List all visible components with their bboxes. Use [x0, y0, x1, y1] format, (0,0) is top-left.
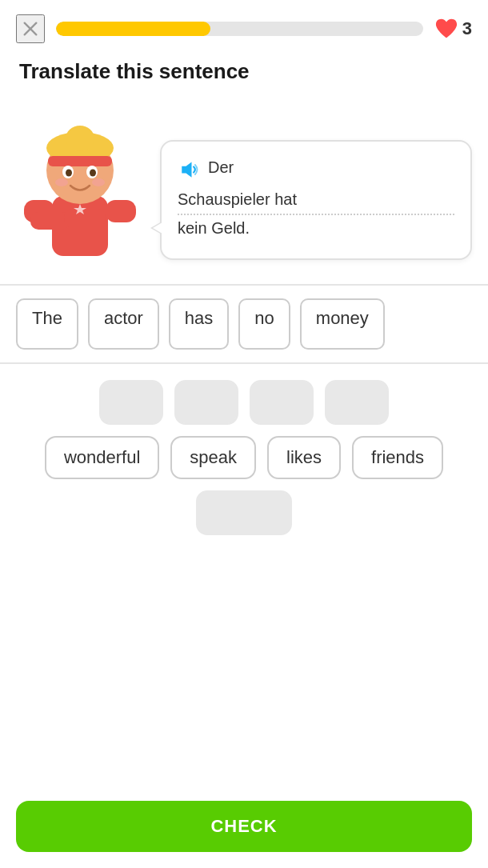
word-bank-row-1	[16, 380, 472, 425]
word-bank-row-3	[16, 490, 472, 535]
progress-fill	[56, 22, 210, 36]
svg-point-14	[66, 170, 72, 177]
empty-chip-4	[325, 380, 389, 425]
answer-words-area: The actor has no money	[0, 286, 488, 350]
close-button[interactable]	[16, 14, 45, 43]
empty-chip-3	[250, 380, 314, 425]
heart-icon	[434, 18, 458, 40]
svg-rect-4	[106, 200, 136, 222]
speech-bubble: Der Schauspieler hat kein Geld.	[160, 140, 472, 260]
bubble-line-1: Der	[208, 156, 234, 182]
svg-rect-6	[64, 209, 106, 226]
answer-word-has[interactable]: has	[169, 298, 229, 350]
answer-word-money[interactable]: money	[300, 298, 385, 350]
svg-rect-10	[48, 156, 112, 166]
character	[8, 108, 152, 276]
bubble-top: Der	[178, 156, 454, 183]
page-title: Translate this sentence	[0, 51, 488, 84]
svg-point-16	[55, 178, 68, 186]
lives-counter: 3	[434, 18, 472, 40]
bubble-line-3: kein Geld.	[178, 217, 454, 242]
bank-word-friends[interactable]: friends	[352, 436, 443, 479]
word-bank-row-2: wonderful speak likes friends	[16, 436, 472, 479]
bank-word-wonderful[interactable]: wonderful	[45, 436, 159, 479]
scene-area: Der Schauspieler hat kein Geld.	[0, 84, 488, 276]
answer-word-the[interactable]: The	[16, 298, 78, 350]
bank-word-speak[interactable]: speak	[170, 436, 256, 479]
lives-count: 3	[462, 18, 472, 39]
empty-chip-2	[174, 380, 238, 425]
svg-point-17	[92, 178, 105, 186]
empty-chip-5	[196, 490, 292, 535]
answer-word-actor[interactable]: actor	[88, 298, 159, 350]
word-bank: wonderful speak likes friends	[0, 364, 488, 535]
speaker-icon[interactable]	[178, 158, 200, 181]
close-icon	[22, 20, 39, 38]
check-button[interactable]: CHECK	[16, 801, 472, 852]
bubble-line-2: Schauspieler hat	[178, 188, 454, 215]
answer-word-no[interactable]: no	[238, 298, 290, 350]
empty-chip-1	[99, 380, 163, 425]
svg-point-15	[90, 170, 96, 177]
svg-point-11	[66, 126, 94, 151]
svg-marker-19	[182, 162, 191, 177]
bank-word-likes[interactable]: likes	[267, 436, 341, 479]
progress-bar	[56, 22, 423, 36]
header: 3	[0, 0, 488, 51]
